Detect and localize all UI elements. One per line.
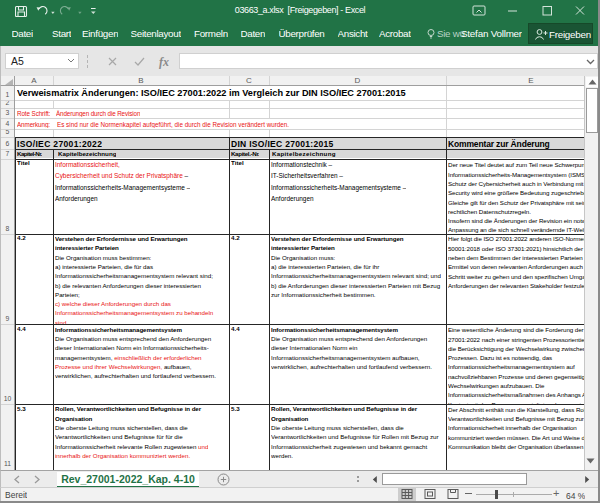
svg-text:fx: fx bbox=[159, 55, 169, 69]
